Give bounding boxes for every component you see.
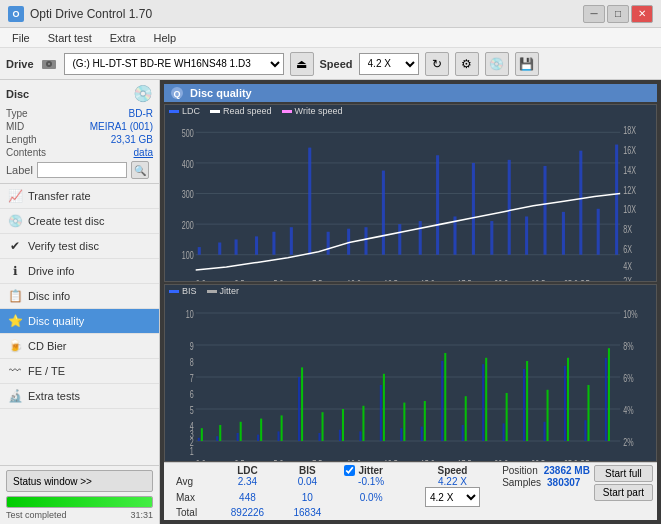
close-button[interactable]: ✕: [631, 5, 653, 23]
stats-max-row: Max 448 10 0.0% 4.2 X: [168, 487, 498, 507]
disc-label-input[interactable]: [37, 162, 127, 178]
svg-text:8%: 8%: [623, 339, 633, 352]
status-time: 31:31: [130, 510, 153, 520]
disc-type-label: Type: [6, 108, 28, 119]
sidebar-item-transfer-rate[interactable]: 📈 Transfer rate: [0, 184, 159, 209]
drive-toolbar: Drive (G:) HL-DT-ST BD-RE WH16NS48 1.D3 …: [0, 48, 661, 80]
settings-button[interactable]: ⚙: [455, 52, 479, 76]
sidebar-item-disc-quality[interactable]: ⭐ Disc quality: [0, 309, 159, 334]
svg-text:2.5: 2.5: [235, 457, 245, 462]
svg-rect-87: [318, 433, 320, 441]
svg-rect-32: [327, 232, 330, 255]
svg-rect-117: [506, 393, 508, 441]
legend-ldc-label: LDC: [182, 106, 200, 116]
menu-extra[interactable]: Extra: [102, 31, 144, 45]
svg-text:25.0 GB: 25.0 GB: [564, 457, 590, 462]
avg-jitter: -0.1%: [336, 476, 407, 487]
max-label: Max: [168, 487, 216, 507]
start-full-button[interactable]: Start full: [594, 465, 653, 482]
total-jitter: [336, 507, 407, 518]
refresh-button[interactable]: ↻: [425, 52, 449, 76]
status-window-button[interactable]: Status window >>: [6, 470, 153, 492]
menu-start-test[interactable]: Start test: [40, 31, 100, 45]
speed-dropdown[interactable]: 4.2 X: [425, 487, 480, 507]
sidebar-item-verify-test-disc[interactable]: ✔ Verify test disc: [0, 234, 159, 259]
disc-contents-row: Contents data: [6, 146, 153, 159]
drive-select[interactable]: (G:) HL-DT-ST BD-RE WH16NS48 1.D3: [64, 53, 284, 75]
total-bis: 16834: [279, 507, 335, 518]
window-controls: ─ □ ✕: [583, 5, 653, 23]
jitter-checkbox[interactable]: [344, 465, 355, 476]
disc-contents-value[interactable]: data: [134, 147, 153, 158]
sidebar-item-create-test-disc[interactable]: 💿 Create test disc: [0, 209, 159, 234]
speed-select[interactable]: 4.2 X: [359, 53, 419, 75]
svg-text:500: 500: [182, 127, 194, 139]
svg-rect-43: [525, 216, 528, 254]
sidebar-item-extra-tests[interactable]: 🔬 Extra tests: [0, 384, 159, 409]
svg-rect-103: [219, 425, 221, 441]
legend-write-label: Write speed: [295, 106, 343, 116]
svg-rect-28: [255, 236, 258, 254]
chart1-wrapper: LDC Read speed Write speed: [164, 104, 657, 282]
status-completed-text: Test completed: [6, 510, 67, 520]
minimize-button[interactable]: ─: [583, 5, 605, 23]
chart-container: LDC Read speed Write speed: [164, 104, 657, 462]
maximize-button[interactable]: □: [607, 5, 629, 23]
svg-text:16X: 16X: [623, 144, 636, 156]
sidebar-item-cd-bier[interactable]: 🍺 CD Bier: [0, 334, 159, 359]
svg-rect-111: [383, 374, 385, 441]
svg-text:100: 100: [182, 250, 194, 262]
svg-rect-83: [237, 433, 239, 441]
sidebar-item-drive-info[interactable]: ℹ Drive info: [0, 259, 159, 284]
disc-label-row: Label 🔍: [6, 161, 153, 179]
title-bar-left: O Opti Drive Control 1.70: [8, 6, 152, 22]
sidebar-item-fe-te[interactable]: 〰 FE / TE: [0, 359, 159, 384]
disc-header: Disc 💿: [6, 84, 153, 103]
drive-label: Drive: [6, 58, 34, 70]
disc-quality-title: Disc quality: [190, 87, 252, 99]
svg-rect-81: [198, 438, 200, 441]
main-content: Disc 💿 Type BD-R MID MEIRA1 (001) Length…: [0, 80, 661, 524]
svg-text:400: 400: [182, 158, 194, 170]
max-jitter: 0.0%: [336, 487, 407, 507]
avg-ldc: 2.34: [216, 476, 279, 487]
sidebar-item-label: Transfer rate: [28, 190, 91, 202]
svg-text:300: 300: [182, 189, 194, 201]
menu-file[interactable]: File: [4, 31, 38, 45]
svg-rect-91: [400, 428, 402, 441]
jitter-label: Jitter: [359, 465, 383, 476]
legend-write-speed: Write speed: [282, 106, 343, 116]
svg-text:2X: 2X: [623, 276, 632, 282]
drive-info-icon: ℹ: [8, 264, 22, 278]
disc-label-key: Label: [6, 164, 33, 176]
svg-rect-85: [278, 431, 280, 441]
svg-rect-95: [482, 364, 484, 441]
svg-text:10%: 10%: [623, 307, 637, 320]
menu-help[interactable]: Help: [145, 31, 184, 45]
svg-rect-27: [235, 239, 238, 254]
svg-rect-31: [308, 148, 311, 255]
svg-rect-108: [322, 412, 324, 441]
disc-contents-label: Contents: [6, 147, 46, 158]
svg-text:22.5: 22.5: [531, 457, 545, 462]
extra-tests-icon: 🔬: [8, 389, 22, 403]
speed-info: Position 23862 MB Samples 380307: [502, 465, 590, 518]
eject-button[interactable]: ⏏: [290, 52, 314, 76]
svg-rect-110: [362, 406, 364, 441]
svg-rect-29: [272, 232, 275, 255]
svg-rect-119: [547, 390, 549, 441]
disc-button[interactable]: 💿: [485, 52, 509, 76]
chart1-svg: 500 400 300 200 100 18X 16X 14X 12X 10X …: [165, 117, 656, 282]
svg-text:10.0: 10.0: [347, 457, 361, 462]
svg-text:6%: 6%: [623, 371, 633, 384]
svg-rect-107: [301, 367, 303, 441]
disc-label-button[interactable]: 🔍: [131, 161, 149, 179]
start-part-button[interactable]: Start part: [594, 484, 653, 501]
disc-quality-header: Q Disc quality: [164, 84, 657, 102]
svg-text:8: 8: [190, 355, 194, 368]
save-button[interactable]: 💾: [515, 52, 539, 76]
samples-label: Samples: [502, 477, 541, 488]
sidebar-item-disc-info[interactable]: 📋 Disc info: [0, 284, 159, 309]
svg-text:200: 200: [182, 219, 194, 231]
svg-rect-113: [424, 401, 426, 441]
